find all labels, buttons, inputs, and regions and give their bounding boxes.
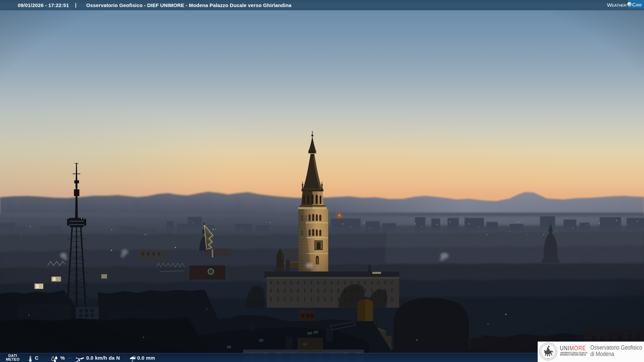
- svg-text:1175: 1175: [547, 358, 549, 359]
